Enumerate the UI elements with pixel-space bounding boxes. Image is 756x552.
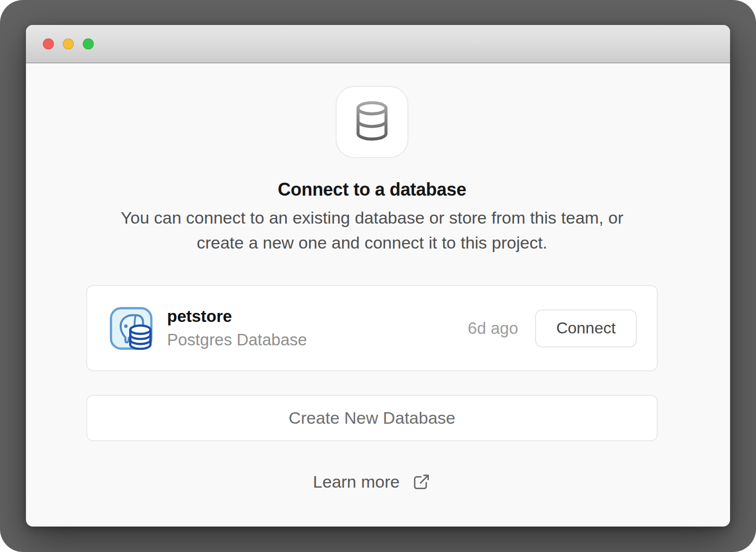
database-type: Postgres Database (167, 330, 307, 350)
connect-database-dialog-window: Connect to a database You can connect to… (26, 25, 730, 527)
create-new-database-button[interactable]: Create New Database (86, 395, 658, 441)
dialog-title: Connect to a database (86, 179, 658, 200)
window-zoom-button[interactable] (83, 38, 94, 49)
database-icon (349, 101, 395, 144)
database-icon-tile (336, 86, 408, 158)
window-minimize-button[interactable] (63, 38, 74, 49)
database-name: petstore (167, 306, 307, 326)
database-list-item: petstore Postgres Database 6d ago Connec… (86, 285, 658, 371)
desktop-background: Connect to a database You can connect to… (0, 0, 756, 552)
learn-more-label: Learn more (313, 472, 400, 492)
learn-more-link[interactable]: Learn more (313, 472, 431, 492)
window-titlebar[interactable] (26, 25, 730, 63)
window-close-button[interactable] (43, 38, 54, 49)
window-controls (43, 38, 94, 49)
dialog-content: Connect to a database You can connect to… (26, 63, 730, 526)
dialog-description: You can connect to an existing database … (112, 205, 633, 255)
database-meta: petstore Postgres Database (167, 306, 307, 350)
connect-button[interactable]: Connect (535, 309, 637, 347)
external-link-icon (412, 473, 431, 491)
database-last-used: 6d ago (468, 319, 518, 338)
postgres-elephant-icon (109, 306, 153, 350)
